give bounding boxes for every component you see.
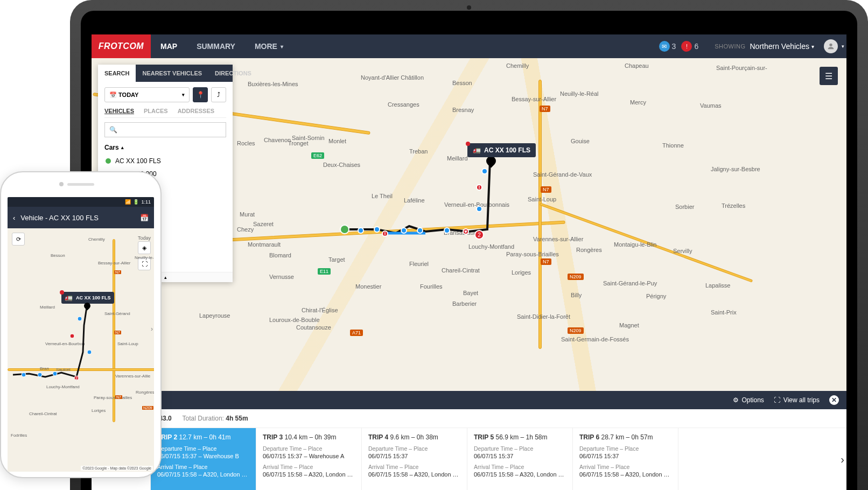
phone-title: Vehicle - AC XX 100 FLS <box>20 214 99 222</box>
map-town-label: Blomard <box>269 252 291 258</box>
subtab-vehicles[interactable]: VEHICLES <box>104 108 134 114</box>
pin-toggle[interactable]: 📍 <box>193 87 208 102</box>
map-town-label: Montmarault <box>248 241 281 248</box>
trip-card[interactable]: TRIP 5 56.9 km – 1h 58mDeparture Time – … <box>467 428 573 490</box>
map-town-label: Sazeret <box>253 221 274 227</box>
map-town-label: Lapeyrouse <box>199 312 230 319</box>
alert-badge[interactable]: !6 <box>681 41 698 52</box>
road-shield: N7 <box>540 106 550 112</box>
map-attribution: ©2023 Google - Map data ©2023 Google <box>81 466 153 471</box>
map-town-label: Chareil-Cintrat <box>442 267 480 274</box>
gear-icon: ⚙ <box>733 396 739 404</box>
user-avatar[interactable] <box>824 39 838 53</box>
map-town-label: Saint-Gérand-le-Puy <box>603 280 657 286</box>
refresh-button[interactable]: ⟳ <box>12 233 25 246</box>
map-town-label: Gouise <box>571 138 590 144</box>
map-town-label: Neuilly-le-Réal <box>560 90 599 97</box>
road-shield: N7 <box>541 186 551 193</box>
map-town-label: Bessay-sur-Allier <box>512 96 556 102</box>
map-town-label: Monlet <box>328 138 346 144</box>
map-town-label: Laféline <box>404 197 425 204</box>
status-dot <box>106 158 111 164</box>
map-town-label: Fleuriel <box>409 261 429 267</box>
tab-directions[interactable]: DIRECTIONS <box>208 65 258 82</box>
road-shield: N7 <box>541 258 551 265</box>
laptop-frame: FROTCOM MAP SUMMARY MORE ✉3 !6 SHOWING N… <box>70 0 868 490</box>
calendar-button[interactable]: 📅 <box>140 214 149 222</box>
layers-button[interactable]: ◈ <box>138 241 151 254</box>
showing-label: SHOWING <box>715 43 745 50</box>
map-town-label: Chavenon <box>264 137 291 143</box>
trips-summary: Total Mileage (km): 343.0 Total Duration… <box>92 409 846 428</box>
search-input[interactable] <box>104 122 226 137</box>
map-town-label: Rocles <box>237 140 255 146</box>
map-town-label: Lapalisse <box>705 282 730 289</box>
map-town-label: Chezy <box>237 226 254 233</box>
route-point <box>417 227 423 234</box>
trip-card[interactable]: TRIP 4 9.6 km – 0h 38mDeparture Time – P… <box>362 428 467 490</box>
map-town-label: Billy <box>571 292 582 298</box>
subtab-places[interactable]: PLACES <box>144 108 168 114</box>
map-town-label: Chemilly <box>506 62 529 69</box>
route-alert: ! <box>476 184 482 191</box>
map-town-label: Cressanges <box>388 101 419 108</box>
brand-logo[interactable]: FROTCOM <box>92 34 151 58</box>
route-point <box>401 227 407 234</box>
map-area[interactable]: ChemillyChapeauSaint-Pourçain-sur-Noyant… <box>92 58 846 391</box>
map-town-label: Saint-Didier-la-Forêt <box>517 313 570 320</box>
date-picker[interactable]: 📅 TODAY▾ <box>104 87 190 102</box>
route-point <box>358 227 364 234</box>
map-town-label: Chirat-l'Église <box>302 307 338 313</box>
wifi-icon: 📶 <box>125 199 131 205</box>
vehicle-list-item[interactable]: AC XX 100 FLS <box>104 155 226 167</box>
map-town-label: Montaigu-le-Blin <box>614 241 656 248</box>
vehicle-group[interactable]: Cars <box>104 144 226 151</box>
trip-card[interactable]: TRIP 6 28.7 km – 0h 57mDeparture Time – … <box>573 428 678 490</box>
nav-map[interactable]: MAP <box>151 34 187 58</box>
phone-next[interactable]: › <box>151 325 153 333</box>
subtab-addresses[interactable]: ADDRESSES <box>178 108 214 114</box>
map-town-label: Magnet <box>619 322 639 328</box>
trips-viewall[interactable]: ⛶View all trips <box>774 396 820 404</box>
map-town-label: Chapeau <box>625 62 649 69</box>
nav-more[interactable]: MORE <box>245 34 293 58</box>
map-town-label: Noyant-d'Allier Châtillon <box>361 74 424 81</box>
mail-badge[interactable]: ✉3 <box>659 41 676 52</box>
map-town-label: Sorbier <box>675 204 694 210</box>
route-toggle[interactable]: ⤴ <box>211 87 226 102</box>
trips-close[interactable]: ✕ <box>829 395 839 405</box>
nav-summary[interactable]: SUMMARY <box>187 34 245 58</box>
map-town-label: Saint-Germain-de-Fossés <box>561 336 629 342</box>
map-town-label: Coutansouze <box>296 324 331 331</box>
trips-options[interactable]: ⚙Options <box>733 396 764 404</box>
map-town-label: Vaumas <box>700 102 722 109</box>
tab-search[interactable]: SEARCH <box>98 65 136 82</box>
road-shield: N209 <box>568 274 584 280</box>
vehicle-label[interactable]: AC XX 100 FLS <box>467 143 536 157</box>
map-town-label: Le Theil <box>372 193 393 199</box>
back-button[interactable]: ‹ <box>13 214 15 222</box>
map-town-label: Meillard <box>447 155 468 162</box>
close-icon: ✕ <box>829 395 839 405</box>
map-town-label: Barberier <box>452 300 477 307</box>
map-town-label: Besson <box>452 80 472 86</box>
route-point <box>444 227 450 234</box>
phone-screen: 📶 🔋 1:11 ‹ Vehicle - AC XX 100 FLS 📅 ⟳ T… <box>8 197 154 472</box>
route-marker: 2 <box>474 230 484 240</box>
map-town-label: Louroux-de-Bouble <box>269 317 320 323</box>
map-town-label: Thionne <box>662 142 684 149</box>
map-town-label: Loriges <box>512 269 531 276</box>
trip-card[interactable]: TRIP 2 12.7 km – 0h 41mDeparture Time – … <box>151 428 256 490</box>
route-alert: ♥ <box>463 228 469 235</box>
phone-statusbar: 📶 🔋 1:11 <box>8 197 154 207</box>
trip-card[interactable]: TRIP 3 10.4 km – 0h 39mDeparture Time – … <box>256 428 362 490</box>
tab-nearest[interactable]: NEAREST VEHICLES <box>136 65 208 82</box>
map-town-label: Jaligny-sur-Besbre <box>711 166 760 172</box>
map-town-label: Saint-Pourçain-sur- <box>716 65 767 71</box>
trips-next-button[interactable]: › <box>841 453 844 465</box>
map-layers-button[interactable]: ☰ <box>820 67 838 85</box>
showing-value[interactable]: Northern Vehicles <box>750 42 809 51</box>
phone-map[interactable]: ⟳ Today ◈ ⛶ ChemillyBessonBessay-sur-All… <box>8 228 154 472</box>
map-town-label: Treban <box>409 148 428 155</box>
road-shield: N209 <box>568 327 584 334</box>
